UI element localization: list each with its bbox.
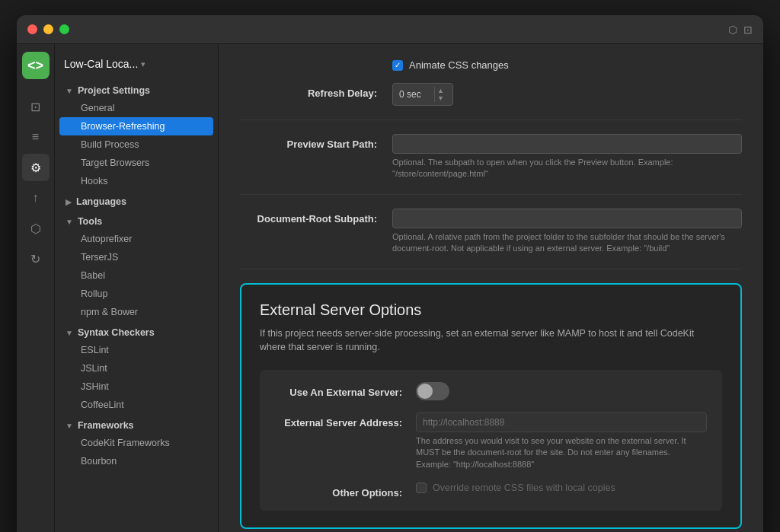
preview-start-path-help: Optional. The subpath to open when you c… xyxy=(392,157,742,180)
document-root-input[interactable] xyxy=(392,209,742,228)
external-server-address-row: External Server Address: The address you… xyxy=(275,413,707,470)
spinner-arrows[interactable]: ▲ ▼ xyxy=(434,87,446,102)
external-server-box: External Server Options If this project … xyxy=(240,283,742,530)
override-css-checkbox[interactable] xyxy=(416,483,427,493)
use-external-server-row: Use An External Server: xyxy=(275,382,707,400)
arrow-right-icon: ▶ xyxy=(66,198,72,206)
document-root-help: Optional. A relative path from the proje… xyxy=(392,231,742,255)
nav-item-babel[interactable]: Babel xyxy=(59,266,213,285)
external-server-address-label: External Server Address: xyxy=(275,413,416,428)
list-icon: ≡ xyxy=(32,130,39,144)
external-server-inner: Use An External Server: External Server … xyxy=(260,370,722,511)
titlebar-controls: ⬡ ⊡ xyxy=(728,24,753,36)
nav-section-header-languages[interactable]: ▶ Languages xyxy=(55,193,218,210)
gear-icon: ⚙ xyxy=(30,161,41,175)
sidebar-icon-cloud[interactable]: ↑ xyxy=(22,184,50,212)
refresh-delay-control: 0 sec ▲ ▼ xyxy=(392,83,742,106)
nav-section-syntax-checkers: ▼ Syntax Checkers ESLint JSLint JSHint C… xyxy=(55,324,218,414)
nav-item-eslint[interactable]: ESLint xyxy=(59,341,213,359)
nav-section-header-project-settings[interactable]: ▼ Project Settings xyxy=(55,82,218,99)
nav-item-general[interactable]: General xyxy=(59,99,213,117)
main-window: ⬡ ⊡ <> ⊡ ≡ ⚙ ↑ ⬡ ↻ xyxy=(17,15,763,532)
sidebar-icon-list[interactable]: ≡ xyxy=(22,123,50,151)
titlebar: ⬡ ⊡ xyxy=(17,15,763,44)
project-name: Low-Cal Loca... xyxy=(64,58,138,70)
external-server-address-control: The address you would visit to see your … xyxy=(416,413,707,470)
close-button[interactable] xyxy=(27,24,37,34)
minimize-button[interactable] xyxy=(43,24,53,34)
preview-start-path-input[interactable] xyxy=(392,134,742,154)
nav-item-rollup[interactable]: Rollup xyxy=(59,285,213,303)
nav-item-npm-bower[interactable]: npm & Bower xyxy=(59,303,213,321)
spinner-down-icon[interactable]: ▼ xyxy=(437,94,444,102)
window-icon: ⬡ xyxy=(728,24,737,36)
preview-start-path-control: Optional. The subpath to open when you c… xyxy=(392,134,742,180)
arrow-down-icon-frameworks: ▼ xyxy=(66,422,73,430)
animate-css-label: Animate CSS changes xyxy=(409,59,509,71)
arrow-down-icon-tools: ▼ xyxy=(66,218,73,226)
document-root-row: Document-Root Subpath: Optional. A relat… xyxy=(240,209,742,269)
nav-item-build-process[interactable]: Build Process xyxy=(59,135,213,154)
nav-item-jslint[interactable]: JSLint xyxy=(59,359,213,377)
main-content: ✓ Animate CSS changes Refresh Delay: 0 s… xyxy=(219,44,763,532)
arrow-down-icon-syntax: ▼ xyxy=(66,329,73,337)
nav-section-header-frameworks[interactable]: ▼ Frameworks xyxy=(55,417,218,434)
document-root-control: Optional. A relative path from the proje… xyxy=(392,209,742,255)
project-chevron-icon: ▾ xyxy=(141,59,145,69)
nav-sidebar: Low-Cal Loca... ▾ ▼ Project Settings Gen… xyxy=(55,44,219,532)
sidebar-icon-refresh[interactable]: ↻ xyxy=(22,245,50,272)
section-label-syntax-checkers: Syntax Checkers xyxy=(78,327,155,338)
sidebar-icon-files[interactable]: ⊡ xyxy=(22,93,50,120)
use-external-server-toggle[interactable] xyxy=(416,382,449,400)
nav-section-header-tools[interactable]: ▼ Tools xyxy=(55,213,218,230)
app-layout: <> ⊡ ≡ ⚙ ↑ ⬡ ↻ Low-Cal Loca... xyxy=(17,44,763,532)
avatar-icon: <> xyxy=(27,58,43,74)
nav-item-codekit-frameworks[interactable]: CodeKit Frameworks xyxy=(59,434,213,452)
use-external-server-label: Use An External Server: xyxy=(275,382,416,398)
section-label-frameworks: Frameworks xyxy=(78,420,134,431)
nav-section-tools: ▼ Tools Autoprefixer TerserJS Babel Roll… xyxy=(55,213,218,321)
section-label-project-settings: Project Settings xyxy=(78,85,150,96)
spinner-input: 0 sec ▲ ▼ xyxy=(392,83,742,106)
sidebar-icon-settings[interactable]: ⚙ xyxy=(22,154,50,181)
spinner-value: 0 sec xyxy=(399,89,421,100)
sidebar-icon-cube[interactable]: ⬡ xyxy=(22,215,50,242)
nav-section-frameworks: ▼ Frameworks CodeKit Frameworks Bourbon xyxy=(55,417,218,470)
screen-icon: ⊡ xyxy=(743,24,753,36)
nav-item-autoprefixer[interactable]: Autoprefixer xyxy=(59,230,213,248)
other-options-label: Other Options: xyxy=(275,483,416,499)
nav-section-project-settings: ▼ Project Settings General Browser-Refre… xyxy=(55,82,218,190)
spinner-field[interactable]: 0 sec ▲ ▼ xyxy=(392,83,453,106)
animate-css-checkbox[interactable]: ✓ xyxy=(392,60,403,71)
project-avatar[interactable]: <> xyxy=(22,52,50,79)
refresh-delay-row: Refresh Delay: 0 sec ▲ ▼ xyxy=(240,83,742,120)
cloud-icon: ↑ xyxy=(33,191,39,205)
preview-start-path-row: Preview Start Path: Optional. The subpat… xyxy=(240,134,742,195)
spinner-up-icon[interactable]: ▲ xyxy=(437,87,444,94)
section-label-languages: Languages xyxy=(76,196,126,207)
icon-sidebar: <> ⊡ ≡ ⚙ ↑ ⬡ ↻ xyxy=(17,44,55,532)
files-icon: ⊡ xyxy=(30,100,40,114)
nav-item-hooks[interactable]: Hooks xyxy=(59,172,213,190)
project-header[interactable]: Low-Cal Loca... ▾ xyxy=(55,52,218,76)
preview-start-path-label: Preview Start Path: xyxy=(240,134,392,150)
nav-item-target-browsers[interactable]: Target Browsers xyxy=(59,154,213,172)
override-css-row: Override remote CSS files with local cop… xyxy=(416,483,707,493)
refresh-delay-label: Refresh Delay: xyxy=(240,83,392,99)
external-server-address-help: The address you would visit to see your … xyxy=(416,435,707,470)
other-options-control: Override remote CSS files with local cop… xyxy=(416,483,707,493)
nav-item-browser-refreshing[interactable]: Browser-Refreshing xyxy=(59,117,213,135)
refresh-icon: ↻ xyxy=(30,252,40,266)
nav-section-header-syntax-checkers[interactable]: ▼ Syntax Checkers xyxy=(55,324,218,341)
nav-item-coffeelint[interactable]: CoffeeLint xyxy=(59,396,213,414)
arrow-down-icon: ▼ xyxy=(66,87,73,95)
external-server-description: If this project needs server-side proces… xyxy=(260,327,722,355)
nav-item-terserjs[interactable]: TerserJS xyxy=(59,248,213,266)
nav-item-jshint[interactable]: JSHint xyxy=(59,377,213,396)
nav-item-bourbon[interactable]: Bourbon xyxy=(59,452,213,470)
cube-icon: ⬡ xyxy=(30,221,41,236)
other-options-row: Other Options: Override remote CSS files… xyxy=(275,483,707,499)
animate-css-row: ✓ Animate CSS changes xyxy=(240,59,742,71)
fullscreen-button[interactable] xyxy=(59,24,69,34)
external-server-address-input[interactable] xyxy=(416,413,707,432)
